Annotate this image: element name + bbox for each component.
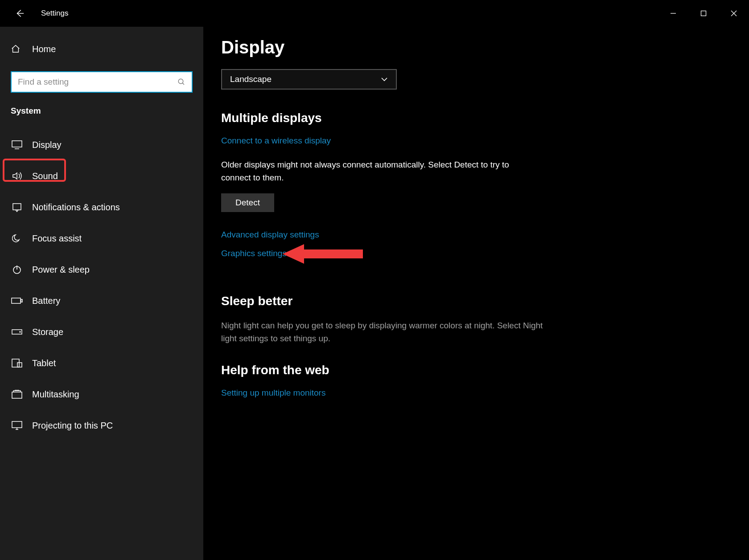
battery-icon [11,297,23,304]
search-input[interactable] [18,77,177,87]
sidebar-item-tablet[interactable]: Tablet [0,347,203,379]
section-multiple-displays: Multiple displays [221,111,720,125]
minimize-icon [670,10,676,16]
sidebar-nav: Display Sound Notifications & actions Fo… [0,129,203,441]
sidebar-item-label: Storage [32,327,63,337]
sidebar-item-projecting[interactable]: Projecting to this PC [0,410,203,441]
maximize-button[interactable] [688,3,719,24]
close-button[interactable] [719,3,749,24]
multitasking-icon [11,390,23,399]
search-icon [177,78,185,86]
sidebar-item-power-sleep[interactable]: Power & sleep [0,254,203,285]
sidebar-item-focus-assist[interactable]: Focus assist [0,223,203,254]
sidebar-item-label: Projecting to this PC [32,421,113,431]
power-icon [11,265,23,274]
sound-icon [11,171,23,181]
sidebar-item-label: Tablet [32,358,56,368]
svg-point-1 [178,79,183,84]
sidebar-item-notifications[interactable]: Notifications & actions [0,192,203,223]
notifications-icon [11,202,23,212]
link-connect-wireless[interactable]: Connect to a wireless display [221,136,720,146]
sidebar-item-sound[interactable]: Sound [0,160,203,192]
svg-rect-10 [17,363,22,367]
link-advanced-display[interactable]: Advanced display settings [221,230,720,240]
content: Display Landscape Multiple displays Conn… [203,27,749,560]
svg-rect-9 [12,359,19,367]
svg-rect-0 [701,11,706,16]
orientation-dropdown[interactable]: Landscape [221,69,397,90]
svg-point-8 [20,331,21,332]
detect-description: Older displays might not always connect … [221,158,515,184]
tablet-icon [11,359,23,368]
svg-rect-11 [12,392,22,398]
link-graphics-settings[interactable]: Graphics settings [221,249,720,258]
page-title: Display [221,37,720,57]
home-label: Home [32,44,56,54]
window-controls [658,3,749,24]
detect-button[interactable]: Detect [221,193,274,212]
sidebar: Home System Display Sound [0,27,203,560]
sidebar-item-label: Multitasking [32,389,79,400]
sidebar-item-display[interactable]: Display [0,129,203,160]
home-icon [11,44,23,54]
svg-rect-6 [21,299,22,302]
sidebar-item-label: Focus assist [32,233,82,244]
sidebar-item-label: Notifications & actions [32,202,120,213]
projecting-icon [11,421,23,430]
window-title: Settings [41,9,68,18]
sidebar-item-label: Sound [32,171,58,181]
svg-rect-12 [12,421,22,428]
titlebar: Settings [0,0,749,27]
link-help-multiple-monitors[interactable]: Setting up multiple monitors [221,388,720,398]
search-box[interactable] [11,71,193,93]
storage-icon [11,329,23,335]
minimize-button[interactable] [658,3,688,24]
svg-rect-5 [12,298,21,303]
orientation-value: Landscape [230,74,272,84]
sidebar-section-label: System [0,106,203,116]
sidebar-item-label: Display [32,140,62,150]
sidebar-item-label: Battery [32,296,60,306]
sidebar-item-battery[interactable]: Battery [0,285,203,316]
chevron-down-icon [381,76,388,83]
sidebar-item-label: Power & sleep [32,265,90,275]
sidebar-item-storage[interactable]: Storage [0,316,203,347]
display-icon [11,140,23,149]
section-help-web: Help from the web [221,363,720,377]
section-sleep-better: Sleep better [221,294,720,308]
close-icon [731,10,737,16]
back-button[interactable] [9,3,30,24]
home-button[interactable]: Home [0,36,203,62]
sidebar-item-multitasking[interactable]: Multitasking [0,379,203,410]
sleep-description: Night light can help you get to sleep by… [221,319,551,345]
maximize-icon [700,10,707,16]
arrow-left-icon [15,8,25,18]
focus-assist-icon [11,233,23,243]
svg-rect-2 [12,141,22,147]
svg-rect-3 [13,204,21,210]
